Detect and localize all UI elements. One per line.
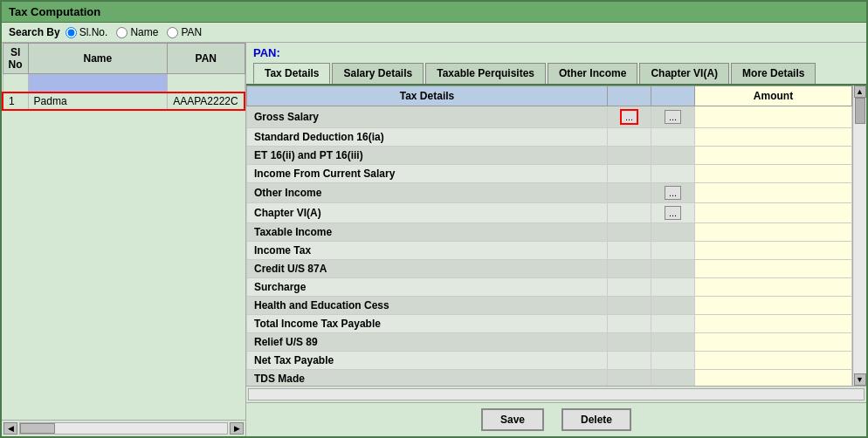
btn-cell-1 bbox=[608, 260, 651, 278]
radio-pan[interactable]: PAN bbox=[167, 26, 202, 38]
scroll-left-arrow[interactable]: ◀ bbox=[3, 422, 17, 435]
amount-cell bbox=[695, 242, 852, 260]
table-row: Net Tax Payable bbox=[247, 352, 852, 370]
table-row: Health and Education Cess bbox=[247, 297, 852, 315]
row-label: TDS Made bbox=[247, 370, 608, 387]
btn-cell-2 bbox=[651, 165, 695, 183]
btn-cell-1 bbox=[608, 147, 651, 165]
pan-cell: AAAPA2222C bbox=[168, 92, 245, 110]
btn-cell-2 bbox=[651, 352, 695, 370]
row-label: Chapter VI(A) bbox=[247, 203, 608, 223]
table-row[interactable]: 1 Padma AAAPA2222C bbox=[3, 92, 245, 110]
amount-cell bbox=[695, 128, 852, 147]
radio-name-input[interactable] bbox=[116, 27, 127, 38]
tabs-bar: Tax Details Salary Details Taxable Perqu… bbox=[246, 63, 866, 86]
bottom-scroll-container bbox=[246, 386, 866, 402]
tab-salary-details[interactable]: Salary Details bbox=[332, 63, 424, 84]
table-row: Income From Current Salary bbox=[247, 165, 852, 183]
amount-cell bbox=[695, 203, 852, 223]
btn-cell-2 bbox=[651, 370, 695, 387]
btn-cell-2 bbox=[651, 242, 695, 260]
window-title: Tax Computation bbox=[9, 5, 100, 18]
amount-cell bbox=[695, 370, 852, 387]
tab-taxable-perquisites[interactable]: Taxable Perquisites bbox=[425, 63, 546, 84]
col-header-pan: PAN bbox=[168, 44, 245, 74]
amount-cell bbox=[695, 260, 852, 278]
search-by-label: Search By bbox=[9, 26, 60, 38]
other-income-ellipsis-btn[interactable]: ... bbox=[665, 186, 681, 200]
radio-slno[interactable]: Sl.No. bbox=[65, 26, 108, 38]
btn-cell-1 bbox=[608, 165, 651, 183]
btn-cell-2 bbox=[651, 278, 695, 297]
btn-cell-1 bbox=[608, 128, 651, 147]
radio-name[interactable]: Name bbox=[116, 26, 158, 38]
btn-cell-2 bbox=[651, 315, 695, 333]
radio-pan-label: PAN bbox=[181, 26, 202, 38]
btn-cell-1 bbox=[608, 297, 651, 315]
btn-col-header2 bbox=[651, 86, 695, 106]
amount-cell bbox=[695, 223, 852, 242]
table-row: Chapter VI(A) ... bbox=[247, 203, 852, 223]
btn-cell-2 bbox=[651, 147, 695, 165]
row-label: Total Income Tax Payable bbox=[247, 315, 608, 333]
scroll-track[interactable] bbox=[19, 422, 228, 435]
btn-cell-1 bbox=[608, 370, 651, 387]
btn-cell-2: ... bbox=[651, 183, 695, 203]
amount-cell bbox=[695, 278, 852, 297]
amount-col-header: Amount bbox=[695, 86, 852, 106]
row-label: Income Tax bbox=[247, 242, 608, 260]
amount-cell bbox=[695, 183, 852, 203]
btn-cell-2 bbox=[651, 260, 695, 278]
v-scroll-track[interactable] bbox=[854, 98, 866, 373]
btn-cell-1 bbox=[608, 242, 651, 260]
btn-cell-2 bbox=[651, 223, 695, 242]
btn-cell-2 bbox=[651, 128, 695, 147]
horizontal-scrollbar: ◀ ▶ bbox=[2, 420, 245, 436]
amount-cell bbox=[695, 165, 852, 183]
btn-cell-1 bbox=[608, 223, 651, 242]
scroll-right-arrow[interactable]: ▶ bbox=[230, 422, 244, 435]
footer: Save Delete bbox=[246, 402, 866, 436]
scroll-thumb bbox=[20, 423, 55, 434]
tab-more-details[interactable]: More Details bbox=[731, 63, 816, 84]
table-row: TDS Made bbox=[247, 370, 852, 387]
row-label: Surcharge bbox=[247, 278, 608, 297]
scroll-down-arrow[interactable]: ▼ bbox=[854, 373, 866, 386]
detail-col-header: Tax Details bbox=[247, 86, 608, 106]
detail-table-wrapper: Tax Details Amount Gross Salary bbox=[246, 86, 852, 386]
btn-cell-2 bbox=[651, 333, 695, 352]
row-label: Income From Current Salary bbox=[247, 165, 608, 183]
btn-cell-2: ... bbox=[651, 203, 695, 223]
btn-cell-1: ... bbox=[608, 106, 651, 128]
delete-button[interactable]: Delete bbox=[561, 408, 631, 431]
v-scroll-thumb bbox=[855, 98, 865, 124]
vertical-scrollbar: ▲ ▼ bbox=[852, 86, 866, 386]
gross-ellipsis-btn2[interactable]: ... bbox=[665, 110, 681, 124]
btn-cell-2 bbox=[651, 297, 695, 315]
row-label: Standard Deduction 16(ia) bbox=[247, 128, 608, 147]
save-button[interactable]: Save bbox=[481, 408, 544, 431]
radio-pan-input[interactable] bbox=[167, 27, 178, 38]
btn-cell-1 bbox=[608, 352, 651, 370]
right-panel: PAN: Tax Details Salary Details Taxable … bbox=[246, 43, 866, 436]
row-label: Gross Salary bbox=[247, 106, 608, 128]
tab-other-income[interactable]: Other Income bbox=[548, 63, 637, 84]
tab-tax-details[interactable]: Tax Details bbox=[253, 63, 330, 84]
left-panel: SlNo Name PAN 1 Padma bbox=[2, 43, 246, 436]
btn-cell-1 bbox=[608, 278, 651, 297]
btn-cell-1 bbox=[608, 333, 651, 352]
table-row: Surcharge bbox=[247, 278, 852, 297]
search-name-input[interactable] bbox=[29, 74, 168, 92]
amount-cell bbox=[695, 333, 852, 352]
table-row: Other Income ... bbox=[247, 183, 852, 203]
tab-chapter-via[interactable]: Chapter VI(A) bbox=[639, 63, 729, 84]
bottom-scroll-track[interactable] bbox=[248, 388, 865, 400]
radio-group: Sl.No. Name PAN bbox=[65, 26, 203, 38]
radio-slno-input[interactable] bbox=[65, 27, 77, 38]
scroll-up-arrow[interactable]: ▲ bbox=[854, 86, 866, 98]
chapter-via-ellipsis-btn[interactable]: ... bbox=[665, 206, 681, 220]
gross-ellipsis-btn1[interactable]: ... bbox=[620, 109, 638, 125]
main-content: SlNo Name PAN 1 Padma bbox=[2, 43, 866, 436]
detail-table: Tax Details Amount Gross Salary bbox=[246, 86, 852, 386]
search-bar: Search By Sl.No. Name PAN bbox=[2, 23, 866, 43]
